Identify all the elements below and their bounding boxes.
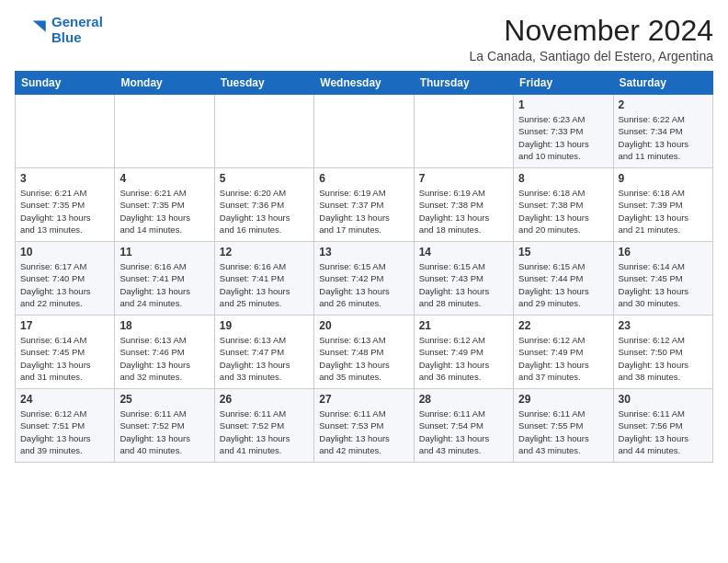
day-number: 22 <box>518 319 608 332</box>
day-info: Sunrise: 6:13 AM Sunset: 7:48 PM Dayligh… <box>319 334 408 383</box>
day-info: Sunrise: 6:16 AM Sunset: 7:41 PM Dayligh… <box>119 260 209 309</box>
day-info: Sunrise: 6:18 AM Sunset: 7:38 PM Dayligh… <box>518 187 608 236</box>
day-number: 3 <box>20 172 109 185</box>
day-cell: 1Sunrise: 6:23 AM Sunset: 7:33 PM Daylig… <box>514 95 613 168</box>
day-cell: 20Sunrise: 6:13 AM Sunset: 7:48 PM Dayli… <box>314 316 414 389</box>
day-info: Sunrise: 6:12 AM Sunset: 7:51 PM Dayligh… <box>20 408 109 456</box>
day-cell <box>115 95 214 168</box>
day-info: Sunrise: 6:22 AM Sunset: 7:34 PM Dayligh… <box>619 113 708 162</box>
week-row-5: 24Sunrise: 6:12 AM Sunset: 7:51 PM Dayli… <box>16 389 713 463</box>
weekday-wednesday: Wednesday <box>314 72 414 95</box>
day-info: Sunrise: 6:11 AM Sunset: 7:56 PM Dayligh… <box>619 408 708 456</box>
day-cell: 11Sunrise: 6:16 AM Sunset: 7:41 PM Dayli… <box>115 242 214 316</box>
day-number: 24 <box>20 393 109 406</box>
day-info: Sunrise: 6:11 AM Sunset: 7:55 PM Dayligh… <box>518 408 608 456</box>
day-cell: 10Sunrise: 6:17 AM Sunset: 7:40 PM Dayli… <box>16 242 115 316</box>
day-number: 20 <box>319 319 408 332</box>
day-cell: 26Sunrise: 6:11 AM Sunset: 7:52 PM Dayli… <box>214 389 313 463</box>
day-number: 25 <box>119 393 209 406</box>
day-cell: 24Sunrise: 6:12 AM Sunset: 7:51 PM Dayli… <box>16 389 115 463</box>
title-block: November 2024 La Canada, Santiago del Es… <box>470 15 713 63</box>
day-info: Sunrise: 6:15 AM Sunset: 7:44 PM Dayligh… <box>518 260 608 309</box>
day-info: Sunrise: 6:23 AM Sunset: 7:33 PM Dayligh… <box>518 113 608 162</box>
day-cell: 18Sunrise: 6:13 AM Sunset: 7:46 PM Dayli… <box>115 316 214 389</box>
logo-line2: Blue <box>51 30 103 46</box>
page-header: General Blue November 2024 La Canada, Sa… <box>15 15 713 63</box>
day-info: Sunrise: 6:12 AM Sunset: 7:49 PM Dayligh… <box>518 334 608 383</box>
day-cell <box>16 95 115 168</box>
day-cell: 28Sunrise: 6:11 AM Sunset: 7:54 PM Dayli… <box>414 389 513 463</box>
day-number: 14 <box>419 246 508 259</box>
day-number: 17 <box>20 319 109 332</box>
day-number: 8 <box>518 172 608 185</box>
week-row-2: 3Sunrise: 6:21 AM Sunset: 7:35 PM Daylig… <box>16 168 713 242</box>
day-number: 2 <box>619 98 708 111</box>
weekday-tuesday: Tuesday <box>214 72 313 95</box>
day-cell: 15Sunrise: 6:15 AM Sunset: 7:44 PM Dayli… <box>514 242 613 316</box>
day-number: 29 <box>518 393 608 406</box>
svg-rect-2 <box>16 17 33 41</box>
day-info: Sunrise: 6:14 AM Sunset: 7:45 PM Dayligh… <box>619 260 708 309</box>
day-cell: 4Sunrise: 6:21 AM Sunset: 7:35 PM Daylig… <box>115 168 214 242</box>
day-cell: 3Sunrise: 6:21 AM Sunset: 7:35 PM Daylig… <box>16 168 115 242</box>
day-cell: 19Sunrise: 6:13 AM Sunset: 7:47 PM Dayli… <box>214 316 313 389</box>
day-info: Sunrise: 6:16 AM Sunset: 7:41 PM Dayligh… <box>220 260 309 309</box>
weekday-friday: Friday <box>514 72 613 95</box>
weekday-thursday: Thursday <box>414 72 513 95</box>
day-info: Sunrise: 6:15 AM Sunset: 7:42 PM Dayligh… <box>319 260 408 309</box>
month-title: November 2024 <box>470 15 713 47</box>
day-info: Sunrise: 6:11 AM Sunset: 7:52 PM Dayligh… <box>119 408 209 456</box>
weekday-sunday: Sunday <box>16 72 115 95</box>
weekday-monday: Monday <box>115 72 214 95</box>
week-row-1: 1Sunrise: 6:23 AM Sunset: 7:33 PM Daylig… <box>16 95 713 168</box>
logo-icon <box>15 17 48 43</box>
day-number: 15 <box>518 246 608 259</box>
day-cell: 30Sunrise: 6:11 AM Sunset: 7:56 PM Dayli… <box>613 389 712 463</box>
day-info: Sunrise: 6:13 AM Sunset: 7:46 PM Dayligh… <box>119 334 209 383</box>
day-number: 13 <box>319 246 408 259</box>
day-info: Sunrise: 6:19 AM Sunset: 7:38 PM Dayligh… <box>419 187 508 236</box>
day-cell: 7Sunrise: 6:19 AM Sunset: 7:38 PM Daylig… <box>414 168 513 242</box>
calendar: SundayMondayTuesdayWednesdayThursdayFrid… <box>15 71 713 463</box>
day-info: Sunrise: 6:18 AM Sunset: 7:39 PM Dayligh… <box>619 187 708 236</box>
day-number: 12 <box>220 246 309 259</box>
day-cell: 16Sunrise: 6:14 AM Sunset: 7:45 PM Dayli… <box>613 242 712 316</box>
day-cell: 14Sunrise: 6:15 AM Sunset: 7:43 PM Dayli… <box>414 242 513 316</box>
day-info: Sunrise: 6:15 AM Sunset: 7:43 PM Dayligh… <box>419 260 508 309</box>
day-info: Sunrise: 6:11 AM Sunset: 7:54 PM Dayligh… <box>419 408 508 456</box>
day-cell: 2Sunrise: 6:22 AM Sunset: 7:34 PM Daylig… <box>613 95 712 168</box>
day-cell: 17Sunrise: 6:14 AM Sunset: 7:45 PM Dayli… <box>16 316 115 389</box>
day-info: Sunrise: 6:21 AM Sunset: 7:35 PM Dayligh… <box>20 187 109 236</box>
day-cell: 23Sunrise: 6:12 AM Sunset: 7:50 PM Dayli… <box>613 316 712 389</box>
day-info: Sunrise: 6:11 AM Sunset: 7:53 PM Dayligh… <box>319 408 408 456</box>
day-info: Sunrise: 6:12 AM Sunset: 7:50 PM Dayligh… <box>619 334 708 383</box>
week-row-4: 17Sunrise: 6:14 AM Sunset: 7:45 PM Dayli… <box>16 316 713 389</box>
day-cell: 8Sunrise: 6:18 AM Sunset: 7:38 PM Daylig… <box>514 168 613 242</box>
day-cell <box>314 95 414 168</box>
day-number: 10 <box>20 246 109 259</box>
day-number: 21 <box>419 319 508 332</box>
logo: General Blue <box>15 15 103 45</box>
day-number: 18 <box>119 319 209 332</box>
day-info: Sunrise: 6:12 AM Sunset: 7:49 PM Dayligh… <box>419 334 508 383</box>
day-info: Sunrise: 6:17 AM Sunset: 7:40 PM Dayligh… <box>20 260 109 309</box>
day-number: 5 <box>220 172 309 185</box>
day-number: 9 <box>619 172 708 185</box>
day-info: Sunrise: 6:21 AM Sunset: 7:35 PM Dayligh… <box>119 187 209 236</box>
day-info: Sunrise: 6:14 AM Sunset: 7:45 PM Dayligh… <box>20 334 109 383</box>
day-number: 16 <box>619 246 708 259</box>
day-number: 30 <box>619 393 708 406</box>
day-cell: 27Sunrise: 6:11 AM Sunset: 7:53 PM Dayli… <box>314 389 414 463</box>
weekday-header-row: SundayMondayTuesdayWednesdayThursdayFrid… <box>16 72 713 95</box>
day-info: Sunrise: 6:20 AM Sunset: 7:36 PM Dayligh… <box>220 187 309 236</box>
day-cell: 5Sunrise: 6:20 AM Sunset: 7:36 PM Daylig… <box>214 168 313 242</box>
day-cell: 13Sunrise: 6:15 AM Sunset: 7:42 PM Dayli… <box>314 242 414 316</box>
day-cell: 6Sunrise: 6:19 AM Sunset: 7:37 PM Daylig… <box>314 168 414 242</box>
day-info: Sunrise: 6:11 AM Sunset: 7:52 PM Dayligh… <box>220 408 309 456</box>
logo-line1: General <box>51 14 103 29</box>
weekday-saturday: Saturday <box>613 72 712 95</box>
day-cell <box>214 95 313 168</box>
day-number: 19 <box>220 319 309 332</box>
day-number: 28 <box>419 393 508 406</box>
day-cell: 25Sunrise: 6:11 AM Sunset: 7:52 PM Dayli… <box>115 389 214 463</box>
